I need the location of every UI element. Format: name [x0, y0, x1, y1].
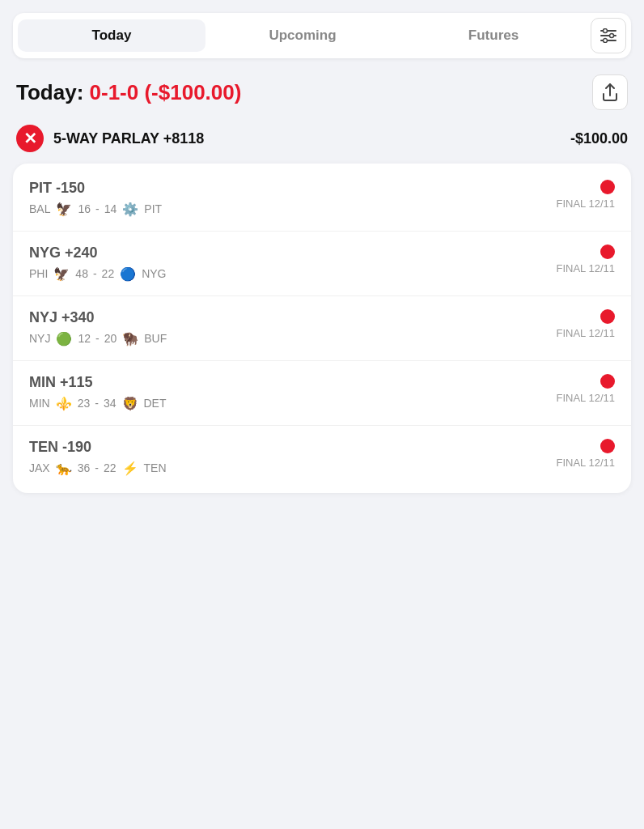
score-sep-nyj: - [95, 332, 100, 345]
bet-right-ten: FINAL 12/11 [556, 439, 615, 469]
bet-left-min: MIN +115 MIN ⚜️ 23 - 34 🦁 DET [29, 374, 549, 412]
score-sep-nyg: - [93, 267, 97, 280]
bet-left-pit: PIT -150 BAL 🦅 16 - 14 ⚙️ PIT [29, 180, 549, 218]
bet-item-nyg[interactable]: NYG +240 PHI 🦅 48 - 22 🔵 NYG FINAL 12/11 [13, 232, 631, 296]
final-nyj: FINAL 12/11 [556, 327, 615, 339]
bet-pick-nyj: NYJ +340 [29, 309, 549, 326]
bet-pick-pit: PIT -150 [29, 180, 549, 197]
bet-left-ten: TEN -190 JAX 🐆 36 - 22 ⚡ TEN [29, 439, 549, 477]
home-logo-pit: ⚙️ [121, 200, 139, 218]
svg-point-3 [604, 29, 608, 33]
bets-card: PIT -150 BAL 🦅 16 - 14 ⚙️ PIT FINAL 12/1… [13, 164, 631, 493]
loss-icon: ✕ [16, 125, 44, 152]
bet-right-min: FINAL 12/11 [556, 374, 615, 404]
home-logo-ten: ⚡ [121, 459, 139, 477]
home-logo-nyg: 🔵 [119, 265, 137, 283]
loss-dot-nyj [600, 309, 615, 324]
loss-dot-pit [600, 180, 615, 194]
home-logo-min: 🦁 [121, 394, 139, 412]
tab-futures[interactable]: Futures [400, 19, 587, 52]
bet-right-nyj: FINAL 12/11 [556, 309, 615, 339]
tab-today[interactable]: Today [18, 19, 205, 52]
bet-item-ten[interactable]: TEN -190 JAX 🐆 36 - 22 ⚡ TEN FINAL 12/11 [13, 426, 631, 490]
away-logo-min: ⚜️ [55, 394, 73, 412]
bet-left-nyj: NYJ +340 NYJ 🟢 12 - 20 🦬 BUF [29, 309, 549, 347]
bet-right-nyg: FINAL 12/11 [556, 244, 615, 274]
bet-item-nyj[interactable]: NYJ +340 NYJ 🟢 12 - 20 🦬 BUF FINAL 12/11 [13, 296, 631, 361]
away-logo-nyg: 🦅 [53, 265, 70, 283]
final-min: FINAL 12/11 [556, 392, 615, 404]
home-team-pit: PIT [144, 202, 162, 215]
bet-score-ten: JAX 🐆 36 - 22 ⚡ TEN [29, 459, 549, 477]
home-logo-nyj: 🦬 [121, 329, 139, 347]
bet-right-pit: FINAL 12/11 [556, 180, 615, 210]
loss-dot-nyg [600, 244, 615, 259]
score-sep-pit: - [95, 202, 100, 215]
parlay-label: 5-WAY PARLAY +8118 [53, 130, 561, 147]
bet-pick-min: MIN +115 [29, 374, 549, 391]
home-team-min: DET [144, 397, 167, 410]
away-logo-pit: 🦅 [55, 200, 73, 218]
final-pit: FINAL 12/11 [556, 198, 615, 210]
today-prefix: Today: [16, 80, 90, 104]
away-score-nyg: 48 [75, 267, 88, 280]
away-team-pit: BAL [29, 202, 50, 215]
home-score-ten: 22 [104, 461, 117, 474]
parlay-row: ✕ 5-WAY PARLAY +8118 -$100.00 [13, 125, 631, 152]
home-score-pit: 14 [104, 202, 117, 215]
filter-button[interactable] [591, 18, 626, 53]
away-team-nyj: NYJ [29, 332, 50, 345]
loss-dot-min [600, 374, 615, 389]
home-team-nyj: BUF [144, 332, 167, 345]
loss-dot-ten [600, 439, 615, 453]
bet-score-min: MIN ⚜️ 23 - 34 🦁 DET [29, 394, 549, 412]
bet-item-min[interactable]: MIN +115 MIN ⚜️ 23 - 34 🦁 DET FINAL 12/1… [13, 361, 631, 426]
bet-pick-nyg: NYG +240 [29, 244, 549, 261]
header-row: Today: 0-1-0 (-$100.00) [13, 74, 631, 110]
bet-score-nyg: PHI 🦅 48 - 22 🔵 NYG [29, 265, 549, 283]
away-score-min: 23 [78, 397, 91, 410]
tab-upcoming[interactable]: Upcoming [209, 19, 396, 52]
today-record: 0-1-0 (-$100.00) [90, 80, 242, 104]
score-sep-ten: - [95, 461, 99, 474]
parlay-amount: -$100.00 [570, 130, 628, 147]
away-team-min: MIN [29, 397, 50, 410]
svg-point-5 [604, 39, 608, 43]
bet-item-pit[interactable]: PIT -150 BAL 🦅 16 - 14 ⚙️ PIT FINAL 12/1… [13, 167, 631, 232]
away-score-nyj: 12 [78, 332, 91, 345]
away-score-pit: 16 [78, 202, 91, 215]
home-score-min: 34 [104, 397, 117, 410]
final-ten: FINAL 12/11 [556, 457, 615, 469]
bet-left-nyg: NYG +240 PHI 🦅 48 - 22 🔵 NYG [29, 244, 549, 283]
bet-score-nyj: NYJ 🟢 12 - 20 🦬 BUF [29, 329, 549, 347]
away-team-nyg: PHI [29, 267, 48, 280]
away-team-ten: JAX [29, 461, 50, 474]
share-button[interactable] [592, 74, 628, 110]
home-team-nyg: NYG [142, 267, 166, 280]
tab-bar: Today Upcoming Futures [13, 13, 631, 58]
final-nyg: FINAL 12/11 [556, 262, 615, 274]
bet-pick-ten: TEN -190 [29, 439, 549, 456]
away-score-ten: 36 [78, 461, 91, 474]
home-score-nyj: 20 [104, 332, 117, 345]
score-sep-min: - [95, 397, 99, 410]
away-logo-nyj: 🟢 [55, 329, 73, 347]
page-title: Today: 0-1-0 (-$100.00) [16, 80, 241, 105]
svg-point-4 [610, 34, 614, 38]
bet-score-pit: BAL 🦅 16 - 14 ⚙️ PIT [29, 200, 549, 218]
home-team-ten: TEN [144, 461, 167, 474]
away-logo-ten: 🐆 [55, 459, 73, 477]
home-score-nyg: 22 [102, 267, 115, 280]
